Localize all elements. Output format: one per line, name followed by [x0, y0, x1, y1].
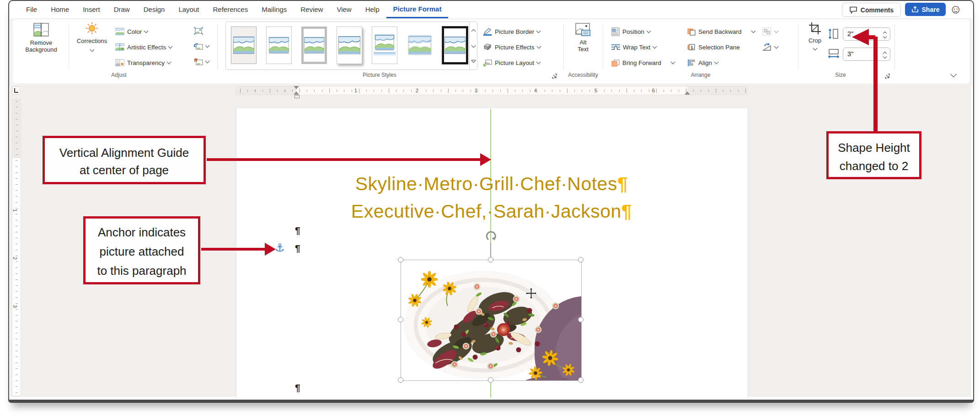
ruler-number: 2: [415, 88, 419, 93]
align-button[interactable]: Align: [687, 57, 718, 68]
first-line-indent-marker[interactable]: [294, 86, 299, 89]
resize-handle-nw[interactable]: [398, 257, 403, 262]
remove-background-button[interactable]: Remove Background: [16, 23, 66, 53]
resize-handle-sw[interactable]: [398, 377, 403, 383]
shape-width-input[interactable]: 3": [843, 48, 890, 61]
right-indent-marker[interactable]: [685, 91, 690, 95]
vertical-ruler: 1 2 3: [12, 99, 21, 396]
tab-help[interactable]: Help: [359, 2, 386, 17]
compress-picture-button[interactable]: [194, 25, 203, 36]
callout-text: Vertical Alignment Guide: [45, 144, 203, 161]
corrections-sun-icon: [86, 22, 98, 35]
chevron-down-icon: [813, 46, 817, 51]
callout-arrow-shaft: [207, 158, 481, 161]
resize-handle-ne[interactable]: [578, 257, 584, 262]
callout-text: at center of page: [45, 161, 203, 179]
reset-picture-icon: [194, 58, 203, 66]
bring-forward-label: Bring Forward: [622, 59, 661, 66]
tab-layout[interactable]: Layout: [171, 2, 206, 17]
comments-button[interactable]: Comments: [842, 3, 901, 17]
transparency-icon: [115, 59, 124, 66]
selection-pane-button[interactable]: Selection Pane: [687, 42, 740, 53]
left-indent-marker[interactable]: [295, 95, 300, 98]
corrections-label: Corrections: [77, 37, 107, 44]
picture-style-thumbnail[interactable]: [266, 27, 292, 64]
corrections-button[interactable]: Corrections: [73, 22, 111, 51]
resize-handle-s[interactable]: [488, 377, 493, 383]
remove-background-label2: Background: [25, 46, 57, 53]
tab-view[interactable]: View: [330, 2, 358, 17]
rotate-objects-button[interactable]: [762, 42, 778, 53]
picture-style-thumbnail[interactable]: [231, 27, 257, 64]
resize-handle-se[interactable]: [578, 377, 584, 383]
callout-arrowhead-icon: [852, 29, 869, 45]
tab-design[interactable]: Design: [137, 2, 172, 17]
tab-insert[interactable]: Insert: [76, 2, 107, 17]
tab-file[interactable]: File: [19, 2, 44, 17]
gallery-scroll-down-icon[interactable]: [471, 43, 476, 48]
tab-references[interactable]: References: [206, 2, 255, 17]
paragraph-mark: ¶: [295, 225, 300, 236]
tab-draw[interactable]: Draw: [107, 2, 137, 17]
chevron-down-icon: [205, 59, 210, 64]
arrange-group-label: Arrange: [664, 72, 737, 78]
ruler-number: 6: [651, 88, 656, 93]
wrap-text-button[interactable]: Wrap Text: [611, 42, 656, 53]
title-line-2: Executive·Chef,·Sarah·Jackson¶: [236, 198, 747, 225]
picture-style-thumbnail[interactable]: [337, 27, 362, 64]
crop-button[interactable]: Crop: [802, 22, 828, 50]
selection-pane-label: Selection Pane: [698, 44, 740, 51]
ruler-number: 3: [474, 88, 478, 93]
artistic-effects-button[interactable]: Artistic Effects: [115, 42, 172, 53]
width-spin-down-icon[interactable]: [883, 55, 887, 59]
tab-stop-selector[interactable]: [12, 86, 20, 95]
position-button[interactable]: Position: [611, 26, 650, 37]
share-button[interactable]: Share: [905, 3, 946, 16]
resize-handle-w[interactable]: [398, 317, 403, 322]
color-button[interactable]: Color: [115, 26, 148, 37]
picture-style-thumbnail[interactable]: [442, 27, 468, 64]
change-picture-button[interactable]: [194, 41, 209, 52]
picture-effects-button[interactable]: Picture Effects: [483, 42, 541, 53]
picture-styles-gallery: [225, 21, 477, 70]
picture-style-thumbnail[interactable]: [301, 27, 327, 64]
gallery-more-button[interactable]: [471, 60, 476, 63]
compress-picture-icon: [194, 27, 203, 35]
alt-text-label1: Alt: [579, 39, 586, 46]
bring-forward-button[interactable]: Bring Forward: [611, 57, 675, 68]
reset-picture-button[interactable]: [194, 56, 209, 67]
tab-mailings[interactable]: Mailings: [255, 2, 294, 17]
picture-layout-button[interactable]: Picture Layout: [483, 57, 540, 68]
artistic-effects-icon: [115, 43, 124, 51]
callout-text: changed to 2: [829, 157, 919, 175]
height-spin-down-icon[interactable]: [883, 35, 887, 38]
chevron-down-icon: [774, 29, 779, 33]
hanging-indent-marker[interactable]: [294, 91, 299, 95]
accessibility-group-label: Accessibility: [551, 72, 615, 78]
vruler-number: 2: [12, 257, 18, 260]
transparency-button[interactable]: Transparency: [115, 57, 171, 68]
send-backward-button[interactable]: Send Backward: [687, 26, 755, 37]
callout-text: Anchor indicates: [86, 223, 198, 242]
resize-handle-n[interactable]: [488, 257, 493, 262]
rotate-handle-icon[interactable]: [485, 230, 498, 244]
feedback-smiley-icon[interactable]: ☺: [949, 2, 962, 16]
tab-review[interactable]: Review: [294, 2, 330, 17]
picture-border-button[interactable]: Picture Border: [483, 26, 540, 37]
document-title[interactable]: Skyline·Metro·Grill·Chef·Notes¶ Executiv…: [236, 170, 747, 225]
bring-forward-icon: [611, 59, 620, 67]
document-picture[interactable]: [401, 260, 582, 381]
tab-picture-format[interactable]: Picture Format: [386, 1, 449, 18]
gallery-scroll-up-icon[interactable]: [471, 29, 476, 33]
picture-style-thumbnail[interactable]: [407, 27, 433, 64]
group-objects-button[interactable]: [762, 26, 778, 37]
tab-home[interactable]: Home: [44, 2, 76, 17]
group-divider: [69, 24, 69, 70]
change-picture-icon: [194, 43, 203, 50]
picture-effects-label: Picture Effects: [495, 44, 535, 51]
alt-text-button[interactable]: Alt Text: [568, 23, 598, 53]
size-dialog-launcher-icon[interactable]: [884, 73, 890, 79]
resize-handle-e[interactable]: [578, 317, 584, 322]
picture-style-thumbnail[interactable]: [372, 27, 397, 64]
chevron-down-icon: [774, 44, 779, 49]
